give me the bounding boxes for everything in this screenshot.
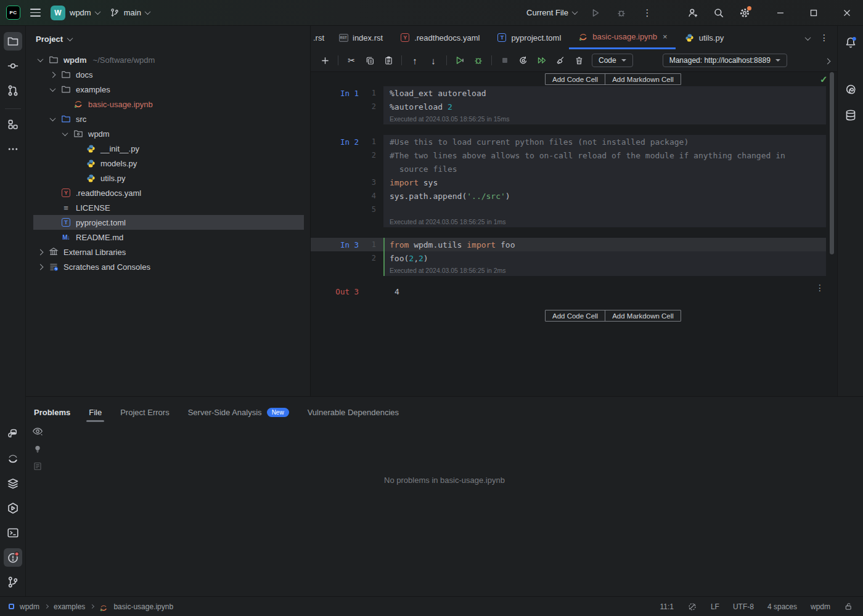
interpreter-indicator[interactable]: wpdm bbox=[811, 602, 830, 611]
tree-item-wpdm-root[interactable]: wpdm ~/Software/wpdm bbox=[33, 52, 304, 67]
copy-cell-icon[interactable] bbox=[362, 53, 378, 68]
inspections-ok-icon[interactable]: ✓ bbox=[820, 74, 828, 85]
tree-item-readthedocs-yaml[interactable]: Y .readthedocs.yaml bbox=[33, 185, 304, 200]
tree-item-readme-md[interactable]: M↓ README.md bbox=[33, 230, 304, 245]
run-button[interactable] bbox=[588, 6, 603, 20]
run-all-cells-icon[interactable] bbox=[534, 53, 550, 68]
add-code-cell-button[interactable]: Add Code Cell bbox=[546, 74, 605, 84]
tree-item-wpdm-package[interactable]: wpdm bbox=[33, 126, 304, 141]
problems-tab-file[interactable]: File bbox=[89, 408, 102, 424]
highlighting-level-icon[interactable] bbox=[687, 602, 697, 612]
run-configuration-selector[interactable]: Current File bbox=[526, 8, 577, 17]
problems-tab-project-errors[interactable]: Project Errors bbox=[120, 408, 169, 424]
clear-outputs-icon[interactable] bbox=[552, 53, 568, 68]
tree-item-external-libraries[interactable]: External Libraries bbox=[33, 245, 304, 259]
more-tool-windows-icon[interactable] bbox=[4, 140, 22, 158]
vcs-widget[interactable]: main bbox=[110, 8, 150, 18]
python-packages-tool-icon[interactable] bbox=[4, 425, 22, 444]
tree-item-examples[interactable]: examples bbox=[33, 82, 304, 97]
more-actions-icon[interactable]: ⋮ bbox=[640, 6, 655, 20]
output-options-kebab-icon[interactable]: ⋮ bbox=[814, 283, 826, 293]
close-tab-icon[interactable]: × bbox=[663, 32, 668, 41]
cell-3-code[interactable]: from wpdm.utils import foo foo(2,2) Exec… bbox=[383, 238, 826, 276]
tab-list-chevron-icon[interactable] bbox=[806, 33, 810, 43]
cut-cell-icon[interactable]: ✂ bbox=[343, 53, 359, 68]
search-everywhere-icon[interactable] bbox=[711, 6, 726, 20]
tab-basic-usage-ipynb[interactable]: basic-usage.ipynb × bbox=[569, 26, 675, 49]
tree-item-basic-usage-ipynb[interactable]: basic-usage.ipynb bbox=[33, 97, 304, 111]
settings-gear-icon[interactable] bbox=[737, 6, 752, 20]
jupyter-server-selector[interactable]: Managed: http://localhost:8889 bbox=[663, 54, 787, 67]
add-code-cell-button[interactable]: Add Code Cell bbox=[546, 310, 605, 321]
tree-item-models-py[interactable]: models.py bbox=[33, 156, 304, 171]
chevron-expanded-icon[interactable] bbox=[47, 114, 57, 124]
add-markdown-cell-button[interactable]: Add Markdown Cell bbox=[605, 74, 681, 84]
ai-assistant-icon[interactable] bbox=[841, 80, 860, 99]
chevron-collapsed-icon[interactable] bbox=[35, 262, 45, 272]
open-preview-icon[interactable] bbox=[33, 461, 43, 471]
notebook-cell-3[interactable]: In 31 2 from wpdm.utils import foo foo(2… bbox=[311, 238, 826, 276]
add-markdown-cell-button[interactable]: Add Markdown Cell bbox=[605, 310, 681, 321]
delete-cell-icon[interactable] bbox=[571, 53, 587, 68]
tree-item-src[interactable]: src bbox=[33, 111, 304, 126]
cell-type-selector[interactable]: Code bbox=[592, 54, 633, 67]
project-tool-icon[interactable] bbox=[4, 32, 22, 51]
problems-tab-server-side-analysis[interactable]: Server-Side Analysis New bbox=[188, 408, 289, 424]
breadcrumb-file[interactable]: basic-usage.ipynb bbox=[113, 602, 173, 611]
tree-item-scratches-consoles[interactable]: Scratches and Consoles bbox=[33, 259, 304, 274]
debug-button[interactable] bbox=[614, 6, 629, 20]
tree-item-utils-py[interactable]: utils.py bbox=[33, 171, 304, 185]
jupyter-tool-icon[interactable] bbox=[4, 450, 22, 468]
caret-position[interactable]: 11:1 bbox=[660, 602, 673, 611]
notebook-cell-1[interactable]: In 11 2 %load_ext autoreload %autoreload… bbox=[311, 86, 826, 124]
tab-utils-py[interactable]: utils.py bbox=[676, 26, 732, 49]
tab-index-rst[interactable]: RST index.rst bbox=[329, 26, 391, 49]
tree-item-pyproject-toml[interactable]: T pyproject.toml bbox=[33, 215, 304, 230]
chevron-collapsed-icon[interactable] bbox=[35, 247, 45, 257]
structure-tool-icon[interactable] bbox=[4, 115, 22, 134]
problems-tool-icon[interactable] bbox=[4, 548, 22, 567]
main-menu-icon[interactable] bbox=[30, 9, 41, 16]
code-with-me-icon[interactable] bbox=[685, 6, 700, 20]
move-cell-up-icon[interactable]: ↑ bbox=[407, 53, 423, 68]
restart-kernel-icon[interactable] bbox=[515, 53, 531, 68]
notebook-scrollbar[interactable] bbox=[830, 72, 834, 254]
tab-pyproject-toml[interactable]: T pyproject.toml bbox=[488, 26, 569, 49]
tree-item-license[interactable]: ≡ LICENSE bbox=[33, 200, 304, 215]
chevron-expanded-icon[interactable] bbox=[35, 55, 45, 65]
preview-eye-icon[interactable] bbox=[32, 426, 43, 437]
cell-1-code[interactable]: %load_ext autoreload %autoreload 2 Execu… bbox=[383, 86, 826, 124]
cell-2-code[interactable]: #Use this to load current python files (… bbox=[383, 135, 826, 227]
tab-readthedocs-yaml[interactable]: Y .readthedocs.yaml bbox=[391, 26, 488, 49]
add-cell-icon[interactable] bbox=[317, 53, 333, 68]
maximize-button[interactable] bbox=[806, 6, 821, 20]
notebook-editor[interactable]: Add Code Cell Add Markdown Cell ✓ In 11 … bbox=[311, 72, 837, 396]
lock-open-icon[interactable] bbox=[844, 602, 853, 611]
breadcrumb-project[interactable]: wpdm bbox=[20, 602, 39, 611]
problems-tab-vulnerable-dependencies[interactable]: Vulnerable Dependencies bbox=[308, 408, 399, 424]
notifications-bell-icon[interactable] bbox=[841, 33, 860, 52]
chevron-expanded-icon[interactable] bbox=[47, 84, 57, 94]
tree-item-init-py[interactable]: __init__.py bbox=[33, 141, 304, 156]
paste-cell-icon[interactable] bbox=[380, 53, 396, 68]
project-panel-header[interactable]: Project bbox=[26, 26, 310, 50]
run-services-tool-icon[interactable] bbox=[4, 499, 22, 517]
breadcrumb-folder[interactable]: examples bbox=[54, 602, 85, 611]
chevron-expanded-icon[interactable] bbox=[60, 129, 70, 139]
minimize-button[interactable] bbox=[773, 6, 788, 20]
close-window-button[interactable] bbox=[840, 6, 854, 20]
database-tool-icon[interactable] bbox=[841, 106, 860, 124]
encoding-indicator[interactable]: UTF-8 bbox=[733, 602, 754, 611]
tab-options-kebab-icon[interactable]: ⋮ bbox=[820, 33, 828, 43]
tab-rst-partial[interactable]: .rst bbox=[311, 26, 329, 49]
project-widget[interactable]: W wpdm bbox=[51, 6, 100, 20]
quick-fix-bulb-icon[interactable] bbox=[33, 444, 43, 454]
toolbar-overflow-chevron-icon[interactable] bbox=[825, 56, 837, 65]
indent-indicator[interactable]: 4 spaces bbox=[767, 602, 797, 611]
chevron-collapsed-icon[interactable] bbox=[47, 70, 57, 79]
run-cell-icon[interactable] bbox=[452, 53, 468, 68]
terminal-tool-icon[interactable] bbox=[4, 524, 22, 542]
line-separator-indicator[interactable]: LF bbox=[711, 602, 719, 611]
debug-cell-icon[interactable] bbox=[470, 53, 486, 68]
version-control-tool-icon[interactable] bbox=[4, 573, 22, 591]
